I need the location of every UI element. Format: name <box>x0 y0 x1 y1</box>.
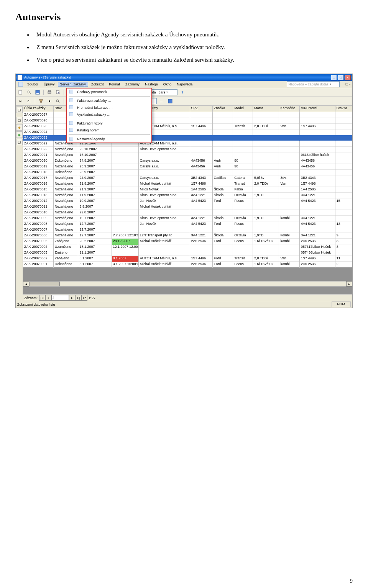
menu-zaznamy[interactable]: Záznamy <box>123 82 142 87</box>
table-cell <box>279 147 300 153</box>
table-cell: 11.9.2007 <box>78 193 112 199</box>
print-icon[interactable] <box>46 89 53 96</box>
sort-asc-icon[interactable]: A↓ <box>17 98 24 105</box>
table-row[interactable]: ZAK-20070002Zahájeno8.1.20078.1.2007AUTO… <box>23 256 352 262</box>
table-cell: Cadillac <box>213 175 233 182</box>
sidetool-icon[interactable]: ▢ <box>16 117 23 123</box>
col-header[interactable]: Model <box>233 106 253 112</box>
col-header[interactable]: Motor <box>253 106 279 112</box>
table-row[interactable]: ZAK-20070019Nezahájeno25.9.2007Carsys s.… <box>23 164 352 170</box>
col-header[interactable]: Značka <box>213 106 233 112</box>
table-cell: Nezahájeno <box>54 147 79 153</box>
mdi-restore-icon[interactable]: - ☐ × <box>343 83 351 86</box>
find-icon[interactable] <box>54 98 61 105</box>
scroll-track[interactable] <box>29 281 346 287</box>
table-row[interactable]: ZAK-20070013Nezahájeno11.9.2007Altus Dev… <box>23 193 352 198</box>
table-row[interactable]: ZAK-20070018Dokončeno25.9.2007 <box>23 170 352 175</box>
table-row[interactable]: ZAK-20070005Zahájeno20.2.200728.12.2007M… <box>23 239 352 244</box>
save-icon[interactable] <box>34 89 41 96</box>
dropdown-item[interactable]: Nastavení agendy <box>67 136 151 142</box>
table-cell <box>253 244 279 251</box>
app-menu-icon[interactable] <box>17 81 24 88</box>
table-row[interactable]: ZAK-20070007Nezahájeno12.7.2007 <box>23 227 352 233</box>
col-header[interactable]: Stav ta <box>335 106 352 112</box>
menu-upravy[interactable]: Úpravy <box>41 82 57 87</box>
table-row[interactable]: ZAK-20070016Nezahájeno21.9.2007Michal Hu… <box>23 181 352 187</box>
preview-icon[interactable] <box>54 89 61 96</box>
sidetool-icon[interactable]: ▢ <box>16 139 23 145</box>
sort-desc-icon[interactable]: Z↓ <box>26 98 33 105</box>
table-row[interactable]: ZAK-20070015Nezahájeno21.9.2007Miloš Nov… <box>23 187 352 193</box>
col-header[interactable]: Karosérie <box>279 106 300 112</box>
dropdown-item[interactable]: Úschovy pneumatik … <box>67 88 151 95</box>
table-cell: 1S7 4496 <box>300 181 335 187</box>
table-row[interactable]: ZAK-20070020Dokončeno24.9.2007Carsys s.r… <box>23 158 352 164</box>
nav-first-button[interactable]: |◄ <box>39 295 45 301</box>
table-cell: Jan Novák <box>139 221 190 228</box>
record-number-field[interactable]: 4 <box>51 295 69 301</box>
menu-napoveda[interactable]: Nápověda <box>174 82 195 87</box>
help-icon[interactable]: ? <box>179 89 186 96</box>
table-cell: 4A43456 <box>190 158 213 164</box>
table-row[interactable]: ZAK-20070009Nezahájeno19.7.2007Altus Dev… <box>23 216 352 221</box>
table-row[interactable]: ZAK-20070011Nezahájeno5.9.2007Michal Huš… <box>23 204 352 210</box>
new-icon[interactable] <box>17 89 24 96</box>
save-filter-icon[interactable] <box>167 98 174 105</box>
table-cell <box>279 158 300 164</box>
table-row[interactable]: ZAK-20070012Nezahájeno10.9.2007Jan Novák… <box>23 198 352 204</box>
table-cell <box>213 244 233 251</box>
dropdown-item[interactable]: Hromadná fakturace … <box>67 104 151 111</box>
menu-format[interactable]: Formát <box>107 82 123 87</box>
table-cell <box>335 187 352 193</box>
nav-new-button[interactable]: ►* <box>81 295 87 301</box>
nav-prev-button[interactable]: ◄ <box>45 295 51 301</box>
table-row[interactable]: ZAK-20070004Uzamčeno18.1.200712.1.2007 1… <box>23 244 352 250</box>
sidetool-icon[interactable]: ◉ <box>16 131 23 138</box>
menu-nastroje[interactable]: Nástroje <box>143 82 160 87</box>
dropdown-item[interactable]: Vyskladnit zakázky … <box>67 111 151 118</box>
table-row[interactable]: ZAK-20070001Dokončeno3.1.20073.1.2007 16… <box>23 262 352 267</box>
menu-okno[interactable]: Okno <box>161 82 174 87</box>
table-row[interactable]: ZAK-20070017Nezahájeno24.9.2007Carsys s.… <box>23 175 352 181</box>
table-cell: Nezahájeno <box>54 210 79 216</box>
table-cell: Catera <box>233 175 253 182</box>
table-cell: Audi <box>213 164 233 170</box>
close-button[interactable]: × <box>345 75 351 80</box>
table-cell <box>112 181 139 187</box>
menu-item-icon <box>69 136 74 141</box>
table-row[interactable]: ZAK-20070006Nezahájeno12.7.20077.7.2007 … <box>23 233 352 239</box>
dropdown-item[interactable]: Katalog norem <box>67 127 151 134</box>
scroll-left-button[interactable]: ◄ <box>23 281 29 287</box>
table-row[interactable]: ZAK-20070022Nezahájeno29.10.2007Altus De… <box>23 147 352 152</box>
favorite-icon[interactable]: ★ <box>46 98 53 105</box>
nav-next-button[interactable]: ► <box>69 295 75 301</box>
table-row[interactable]: ZAK-20070003Zrušeno11.1.2007057436Libor … <box>23 250 352 256</box>
table-cell: Nezahájeno <box>54 175 79 182</box>
scroll-thumb[interactable] <box>29 282 60 286</box>
table-cell: ZAK-20070016 <box>23 181 54 187</box>
search-icon[interactable] <box>26 89 33 96</box>
col-header[interactable]: SPZ <box>190 106 213 112</box>
table-cell <box>335 152 352 159</box>
menu-servisni-zakazky[interactable]: Servisní zakázky <box>58 82 89 87</box>
col-header[interactable]: VIN interní <box>300 106 335 112</box>
help-search-field[interactable]: Nápověda – zadejte dotaz <box>287 81 340 87</box>
table-row[interactable]: ZAK-20070010Nezahájeno29.8.2007 <box>23 210 352 216</box>
sidetool-icon[interactable]: ◆ <box>16 124 23 131</box>
filter-icon[interactable] <box>38 98 44 105</box>
menu-soubor[interactable]: Soubor <box>25 82 41 87</box>
table-cell <box>335 141 352 147</box>
scroll-right-button[interactable]: ► <box>346 281 352 287</box>
nav-last-button[interactable]: ►| <box>75 295 81 301</box>
dropdown-item[interactable]: Fakturovat zakázky … <box>67 97 151 104</box>
table-row[interactable]: ZAK-20070008Nezahájeno12.7.2007Jan Novák… <box>23 221 352 227</box>
minimize-button[interactable]: _ <box>331 75 337 80</box>
dropdown-item[interactable]: Fakturační vzory <box>67 120 151 127</box>
sidetool-icon[interactable]: ▢ <box>16 106 23 113</box>
table-row[interactable]: ZAK-20070021Nezahájeno16.10.2007061540li… <box>23 152 352 158</box>
table-cell: 3A4 1221 <box>190 193 213 199</box>
col-header[interactable]: Číslo zakázky <box>23 106 54 112</box>
maximize-button[interactable]: □ <box>338 75 344 80</box>
filter-more-icon[interactable]: … <box>158 98 165 105</box>
menu-zobrazit[interactable]: Zobrazit <box>89 82 106 87</box>
